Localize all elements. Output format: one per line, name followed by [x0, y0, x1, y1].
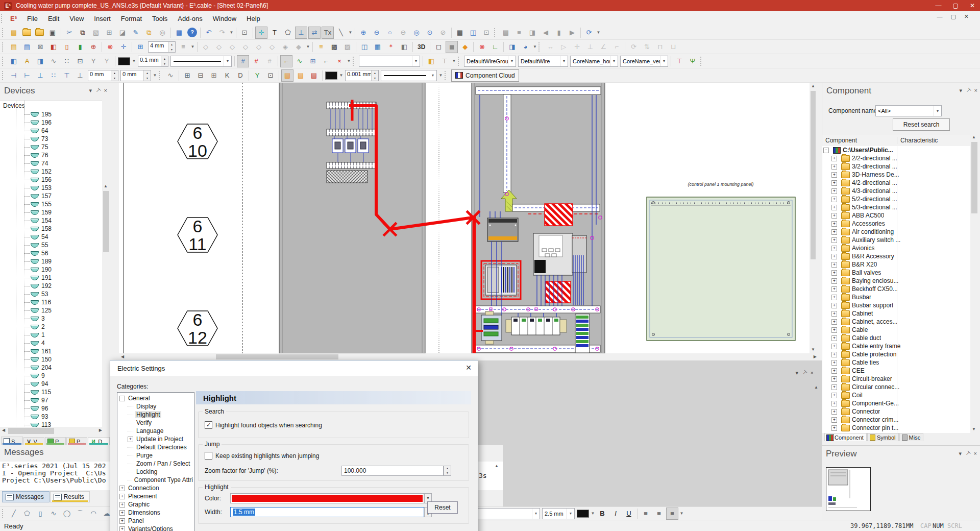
device-tree-item[interactable]: 56: [0, 249, 102, 257]
component-folder-item[interactable]: +Cabinet: [822, 309, 970, 318]
swatch2-drop[interactable]: ▼: [338, 73, 344, 78]
menu-insert[interactable]: Insert: [89, 11, 116, 26]
collapse-icon[interactable]: -: [119, 396, 125, 401]
device-tree-item[interactable]: 155: [0, 200, 102, 208]
zoom-out-icon[interactable]: ⊖: [371, 27, 383, 39]
highlight-found-checkbox[interactable]: ✓: [205, 421, 212, 429]
expand-icon[interactable]: +: [831, 409, 837, 415]
window-dashed-icon[interactable]: ⊡: [480, 27, 493, 39]
device-tree-item[interactable]: 195: [0, 110, 102, 118]
expand-icon[interactable]: +: [831, 221, 837, 227]
view-cube-5-icon[interactable]: ◇: [253, 41, 265, 53]
text-box-icon[interactable]: Tx: [322, 27, 334, 39]
component-folder-item[interactable]: +5/2-directional ...: [822, 195, 970, 203]
device-tree-item[interactable]: 161: [0, 347, 102, 355]
sheets-tab-tab[interactable]: S...: [1, 437, 23, 445]
device-tree-item[interactable]: 115: [0, 388, 102, 396]
expand-icon[interactable]: +: [831, 360, 837, 366]
doc-tools-icon[interactable]: ▤: [500, 27, 512, 39]
component-folder-item[interactable]: +Connector: [822, 407, 970, 416]
device-tree-item[interactable]: 116: [0, 298, 102, 306]
menu-edit[interactable]: Edit: [43, 11, 64, 26]
devices-close-icon[interactable]: ×: [104, 87, 107, 94]
category-general[interactable]: -General: [117, 394, 194, 402]
redo-drop[interactable]: ▼: [229, 30, 234, 35]
component-folder-item[interactable]: +Circular connec...: [822, 383, 970, 391]
redo-icon[interactable]: ↷: [216, 27, 228, 39]
expand-icon[interactable]: +: [831, 172, 837, 178]
component-folder-item[interactable]: +4/2-directional ...: [822, 179, 970, 187]
align-drop[interactable]: ▼: [679, 511, 684, 516]
view-cube-3-icon[interactable]: ◇: [226, 41, 238, 53]
devices-root-node[interactable]: Devices: [0, 101, 102, 110]
component-folder-item[interactable]: +ABB AC500: [822, 211, 970, 220]
net-select-icon[interactable]: ⊞: [307, 55, 319, 67]
font-color-swatch[interactable]: [577, 510, 589, 518]
expand-icon[interactable]: +: [831, 303, 837, 308]
circle-shape-icon[interactable]: ◯: [61, 508, 73, 520]
component-folder-item[interactable]: +Circuit-breaker: [822, 375, 970, 383]
cut-icon[interactable]: ✂: [63, 27, 76, 39]
color-combo[interactable]: [230, 493, 424, 503]
sheet-ref3-icon[interactable]: ▤: [308, 69, 320, 82]
curve-icon[interactable]: ∿: [47, 55, 60, 67]
preview-menu-icon[interactable]: ▾: [959, 450, 962, 457]
status-units[interactable]: MM: [906, 522, 913, 529]
panel-view-icon[interactable]: ◨: [506, 41, 518, 53]
categories-tree[interactable]: -GeneralDisplayHighlightVerifyLanguage+U…: [117, 392, 194, 531]
arc-shape-icon[interactable]: ⌒: [74, 508, 86, 520]
device-tree-item[interactable]: 73: [0, 135, 102, 143]
y-split2-icon[interactable]: Y: [101, 55, 113, 67]
device-tree-item[interactable]: 125: [0, 306, 102, 315]
component-dock-tab-component[interactable]: Component: [824, 433, 867, 441]
rect-shape-icon[interactable]: ▯: [34, 508, 46, 520]
component-folder-item[interactable]: +B&R X20: [822, 260, 970, 269]
category-dimensions[interactable]: +Dimensions: [117, 509, 194, 517]
expand-icon[interactable]: +: [831, 213, 837, 219]
fill-drop[interactable]: ▼: [532, 44, 537, 49]
slash-tool-icon[interactable]: ╲: [335, 27, 347, 39]
open-project-icon[interactable]: [22, 29, 31, 36]
mdi-restore-button[interactable]: ▢: [950, 13, 955, 20]
width-input[interactable]: 1.5 mm: [230, 507, 424, 517]
line-shape-icon[interactable]: ╱: [8, 508, 20, 520]
menu-help[interactable]: Help: [241, 11, 265, 26]
component-folder-item[interactable]: +CEE: [822, 367, 970, 375]
lower-dock-scrollbar[interactable]: ▲: [813, 384, 820, 461]
expand-icon[interactable]: +: [831, 319, 837, 325]
select-area-icon[interactable]: ⊡: [238, 27, 251, 39]
move-tool-icon[interactable]: ✛: [255, 27, 267, 39]
device-tree-item[interactable]: 196: [0, 118, 102, 127]
component-list-header[interactable]: Component Characteristic: [822, 134, 971, 147]
device-tree-item[interactable]: 157: [0, 192, 102, 200]
expand-icon[interactable]: +: [119, 526, 125, 531]
hash-grey-icon[interactable]: #: [263, 55, 276, 67]
lock-icon[interactable]: ⊓: [654, 41, 666, 53]
expand-icon[interactable]: +: [119, 518, 125, 524]
category-default-directories[interactable]: Default Directories: [117, 443, 194, 451]
expand-icon[interactable]: +: [831, 188, 837, 194]
expand-icon[interactable]: +: [831, 229, 837, 235]
dim-point-icon[interactable]: ✛: [571, 41, 583, 53]
collapse-icon[interactable]: -: [823, 148, 829, 153]
category-connection[interactable]: +Connection: [117, 484, 194, 492]
renumber-pages-icon[interactable]: ⊞: [208, 69, 220, 82]
component-folder-item[interactable]: +Avionics: [822, 244, 970, 252]
expand-icon[interactable]: +: [831, 327, 837, 333]
undo-icon[interactable]: ↶: [203, 27, 215, 39]
pan-left-icon[interactable]: ◀: [540, 27, 552, 39]
sheet-properties-icon[interactable]: ◧: [47, 41, 60, 53]
mdi-close-button[interactable]: ✕: [964, 13, 969, 20]
drawing-canvas[interactable]: 6 10 6 11 6 12: [119, 83, 810, 353]
category-verify[interactable]: Verify: [117, 419, 194, 427]
bold-button[interactable]: B: [596, 508, 608, 520]
cube-wireframe-icon[interactable]: ◻: [432, 41, 445, 53]
y-split-icon[interactable]: Y: [87, 55, 100, 67]
category-highlight[interactable]: Highlight: [117, 411, 194, 419]
category-display[interactable]: Display: [117, 402, 194, 411]
messages-scrollbar[interactable]: ▲: [493, 463, 501, 490]
status-scrolllock[interactable]: SCRL: [947, 522, 962, 529]
move-items-icon[interactable]: ✛: [117, 41, 130, 53]
expand-icon[interactable]: +: [831, 205, 837, 210]
category-variants-options[interactable]: +Variants/Options: [117, 525, 194, 531]
